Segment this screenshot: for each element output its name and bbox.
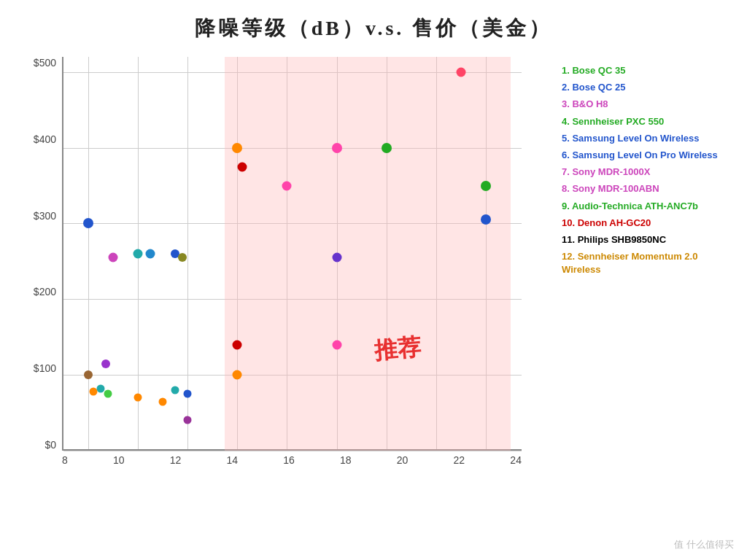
legend-item: 10. Denon AH-GC20	[562, 217, 722, 230]
chart-wrapper: $500$400$300$200$100$0 推荐 81012141618202…	[22, 57, 547, 494]
data-point	[146, 249, 155, 259]
recommended-region	[225, 57, 511, 451]
legend-item: 9. Audio-Technica ATH-ANC7b	[562, 200, 722, 213]
data-point	[133, 249, 143, 259]
page-container: 降噪等级（dB）v.s. 售价（美金） $500$400$300$200$100…	[0, 0, 747, 560]
y-axis-label: $500	[34, 57, 56, 69]
recommendation-text: 推荐	[373, 331, 422, 367]
legend-item: 3. B&O H8	[562, 98, 722, 111]
data-point	[332, 340, 341, 349]
x-axis-label: 20	[397, 454, 409, 466]
x-axis-label: 10	[113, 454, 125, 466]
x-axis: 81012141618202224	[62, 454, 522, 466]
data-point	[456, 67, 465, 77]
y-axis-label: $0	[44, 439, 56, 451]
data-point	[184, 390, 192, 398]
data-point	[332, 253, 341, 262]
data-point	[171, 386, 179, 394]
data-point	[233, 340, 242, 349]
data-point	[184, 416, 192, 424]
x-axis-label: 18	[340, 454, 352, 466]
legend-item: 7. Sony MDR-1000X	[562, 166, 722, 179]
y-axis-label: $200	[34, 286, 56, 298]
data-point	[84, 370, 93, 379]
plot-area: 推荐	[62, 57, 522, 451]
x-axis-label: 8	[62, 454, 68, 466]
legend-item: 1. Bose QC 35	[562, 64, 722, 77]
data-point	[97, 384, 105, 392]
legend-item: 11. Philips SHB9850NC	[562, 233, 722, 246]
y-axis-label: $400	[34, 133, 56, 145]
legend: 1. Bose QC 352. Bose QC 253. B&O H84. Se…	[547, 57, 722, 494]
chart-title: 降噪等级（dB）v.s. 售价（美金）	[195, 15, 553, 42]
x-axis-label: 24	[510, 454, 522, 466]
legend-item: 12. Sennheiser Momentum 2.0 Wireless	[562, 250, 722, 276]
y-axis-label: $100	[34, 362, 56, 374]
data-point	[159, 397, 167, 405]
watermark: 值 什么值得买	[674, 538, 734, 551]
data-point	[104, 390, 112, 398]
data-point	[233, 370, 242, 380]
data-point	[382, 143, 392, 153]
x-axis-label: 22	[454, 454, 465, 466]
x-axis-label: 14	[227, 454, 239, 466]
legend-item: 6. Samsung Level On Pro Wireless	[562, 149, 722, 162]
data-point	[282, 181, 292, 190]
data-point	[109, 253, 118, 262]
legend-item: 5. Samsung Level On Wireless	[562, 132, 722, 145]
data-point	[332, 143, 342, 153]
data-point	[134, 394, 142, 402]
data-point	[238, 162, 247, 171]
legend-item: 2. Bose QC 25	[562, 81, 722, 94]
data-point	[178, 253, 187, 262]
data-point	[101, 359, 110, 368]
y-axis-label: $300	[34, 210, 56, 222]
chart-area: $500$400$300$200$100$0 推荐 81012141618202…	[0, 57, 747, 494]
data-point	[481, 214, 491, 225]
data-point	[232, 143, 242, 153]
data-point	[481, 181, 491, 191]
legend-item: 8. Sony MDR-100ABN	[562, 182, 722, 195]
x-axis-label: 12	[170, 454, 182, 466]
x-axis-label: 16	[283, 454, 295, 466]
data-point	[83, 218, 93, 228]
grid-line-h	[63, 451, 522, 451]
y-axis: $500$400$300$200$100$0	[22, 57, 62, 451]
legend-item: 4. Sennheiser PXC 550	[562, 115, 722, 128]
